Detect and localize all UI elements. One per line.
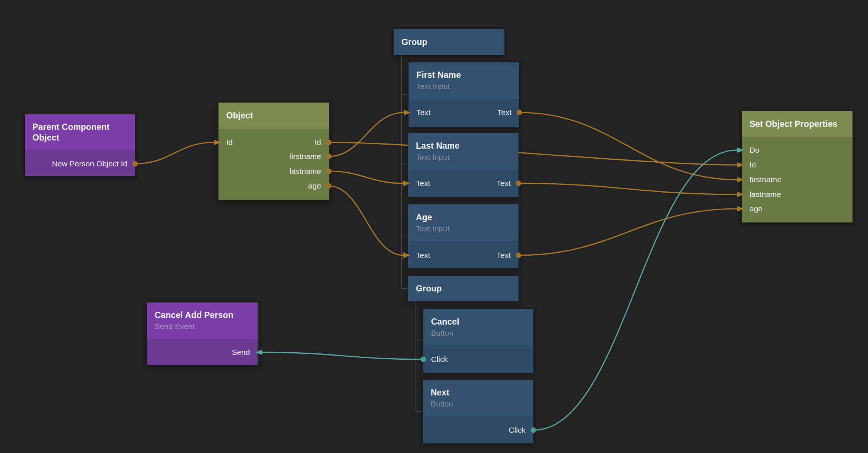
- node-title: Cancel: [431, 317, 528, 327]
- node-title: Parent Component Object: [32, 122, 130, 143]
- node-header: Last NameText Input: [408, 133, 519, 170]
- node-header: Set Object Properties: [742, 111, 852, 137]
- node-header: AgeText Input: [408, 204, 519, 241]
- node-header: Group: [408, 276, 519, 301]
- node-header: Parent Component Object: [25, 114, 135, 150]
- node-cancel-add-person[interactable]: Cancel Add PersonSend EventSend: [147, 302, 258, 365]
- node-graph-canvas[interactable]: Parent Component ObjectNew Person Object…: [0, 0, 868, 453]
- node-title: Last Name: [416, 141, 513, 151]
- first-name-port-text-output[interactable]: Text: [497, 108, 512, 117]
- node-subtitle: Button: [431, 398, 528, 409]
- age-port-text-input[interactable]: Text: [416, 251, 430, 260]
- node-subtitle: Text Input: [416, 81, 514, 91]
- parent-component-object-port-new-person-object-id-output[interactable]: New Person Object Id: [52, 159, 127, 168]
- set-object-properties-port-lastname-input[interactable]: lastname: [750, 190, 781, 199]
- wire-object-age-to-age-text[interactable]: [329, 186, 403, 255]
- last-name-port-text-input[interactable]: Text: [416, 179, 430, 188]
- node-parent-component-object[interactable]: Parent Component ObjectNew Person Object…: [25, 114, 135, 176]
- next-port-click-output[interactable]: Click: [509, 426, 526, 435]
- node-first-name[interactable]: First NameText InputTextText: [409, 62, 519, 127]
- wire-object-firstname-to-first-name-text[interactable]: [329, 113, 404, 156]
- node-last-name[interactable]: Last NameText InputTextText: [408, 133, 519, 197]
- wire-parent-component-object-new-person-object-id-to-object-id[interactable]: [135, 142, 214, 164]
- node-title: Next: [431, 387, 528, 398]
- node-title: Group: [416, 283, 513, 294]
- wire-object-id-to-set-object-properties-id[interactable]: [329, 142, 737, 165]
- node-age[interactable]: AgeText InputTextText: [408, 204, 519, 268]
- wire-object-lastname-to-last-name-text[interactable]: [329, 171, 403, 183]
- node-header: CancelButton: [423, 309, 533, 345]
- node-group-2[interactable]: Group: [408, 276, 519, 301]
- set-object-properties-port-id-input[interactable]: Id: [750, 160, 756, 169]
- object-port-id-output[interactable]: Id: [314, 138, 321, 147]
- node-header: First NameText Input: [409, 62, 519, 99]
- node-subtitle: Button: [431, 328, 528, 338]
- node-group-1[interactable]: Group: [394, 29, 504, 55]
- node-title: Set Object Properties: [750, 119, 847, 129]
- object-port-lastname-output[interactable]: lastname: [290, 167, 321, 176]
- node-next[interactable]: NextButtonClick: [423, 380, 533, 443]
- node-header: Cancel Add PersonSend Event: [147, 302, 258, 339]
- wire-next-click-to-set-object-properties-do[interactable]: [533, 150, 737, 430]
- node-subtitle: Send Event: [155, 321, 252, 332]
- wire-last-name-text-to-set-object-properties-lastname[interactable]: [519, 183, 737, 194]
- node-header: NextButton: [423, 380, 533, 416]
- object-port-id-input[interactable]: Id: [226, 138, 233, 147]
- object-port-age-output[interactable]: age: [308, 181, 321, 190]
- node-title: Age: [416, 212, 513, 223]
- node-title: Cancel Add Person: [155, 310, 252, 321]
- set-object-properties-port-age-input[interactable]: age: [750, 204, 762, 213]
- node-object[interactable]: ObjectIdIdfirstnamelastnameage: [218, 103, 329, 200]
- object-port-firstname-output[interactable]: firstname: [289, 152, 321, 161]
- node-header: Group: [394, 29, 504, 55]
- wire-age-text-to-set-object-properties-age[interactable]: [519, 209, 737, 255]
- node-header: Object: [218, 103, 329, 129]
- node-subtitle: Text Input: [416, 223, 513, 234]
- wire-first-name-text-to-set-object-properties-firstname[interactable]: [519, 113, 737, 180]
- node-subtitle: Text Input: [416, 152, 513, 162]
- node-title: First Name: [416, 70, 514, 80]
- age-port-text-output[interactable]: Text: [496, 251, 511, 260]
- node-cancel[interactable]: CancelButtonClick: [423, 309, 533, 373]
- cancel-port-click-output[interactable]: Click: [431, 355, 448, 364]
- set-object-properties-port-do-input[interactable]: Do: [750, 146, 760, 155]
- set-object-properties-port-firstname-input[interactable]: firstname: [750, 175, 781, 184]
- first-name-port-text-input[interactable]: Text: [416, 108, 431, 117]
- wire-cancel-click-to-cancel-add-person-send[interactable]: [262, 352, 423, 359]
- node-title: Object: [226, 110, 324, 121]
- cancel-add-person-port-send-input[interactable]: Send: [232, 348, 250, 357]
- node-set-object-properties[interactable]: Set Object PropertiesDoIdfirstnamelastna…: [742, 111, 852, 222]
- node-title: Group: [402, 37, 499, 48]
- last-name-port-text-output[interactable]: Text: [496, 179, 511, 188]
